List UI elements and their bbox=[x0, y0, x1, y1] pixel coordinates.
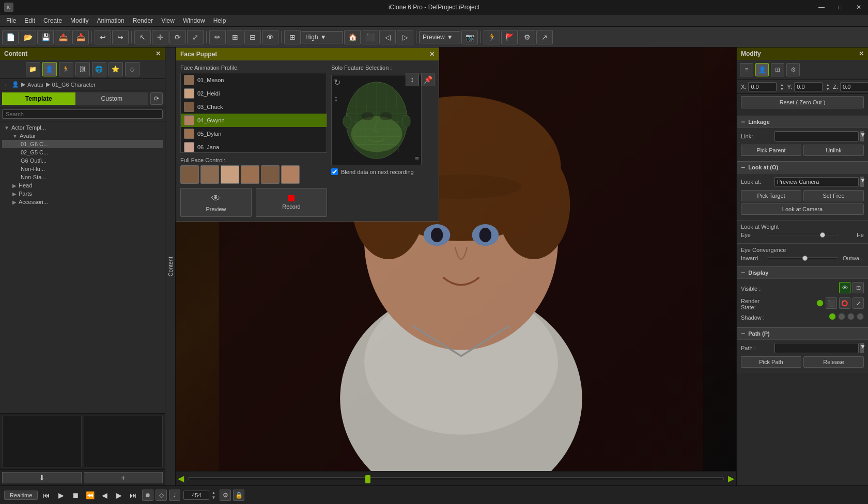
fp-item-06jana[interactable]: 06_Jana bbox=[181, 140, 327, 153]
path-section-header[interactable]: − Path (P) bbox=[737, 327, 868, 340]
menu-help[interactable]: Help bbox=[209, 16, 230, 25]
timeline-thumb[interactable] bbox=[365, 475, 370, 483]
eye-button[interactable]: 👁 bbox=[262, 30, 278, 44]
layout-button[interactable]: ⊞ bbox=[284, 30, 301, 44]
note-icon[interactable]: ♩ bbox=[169, 490, 180, 501]
flag-button[interactable]: 🚩 bbox=[501, 30, 518, 44]
stop-button[interactable]: ⏹ bbox=[70, 490, 81, 501]
shadow-dot-2[interactable] bbox=[838, 313, 845, 320]
minimize-button[interactable]: — bbox=[812, 0, 831, 14]
z-input[interactable] bbox=[840, 82, 868, 91]
fp-item-02heidi[interactable]: 02_Heidi bbox=[181, 87, 327, 100]
extra-button[interactable]: ↗ bbox=[536, 30, 553, 44]
new-button[interactable]: 📄 bbox=[2, 30, 19, 44]
pick-parent-button[interactable]: Pick Parent bbox=[741, 145, 801, 156]
shadow-dot-3[interactable] bbox=[847, 313, 855, 320]
prev-view[interactable]: ◁ bbox=[379, 30, 396, 44]
tab-fx[interactable]: ⭐ bbox=[109, 62, 123, 76]
content-side-tab[interactable]: Content bbox=[165, 48, 176, 485]
tab-3d[interactable]: 🌐 bbox=[92, 62, 106, 76]
preview-dropdown[interactable]: Preview ▼ bbox=[419, 31, 460, 43]
scale-button[interactable]: ⤢ bbox=[187, 30, 204, 44]
record-icon[interactable]: ⏺ bbox=[142, 490, 153, 501]
x-down[interactable]: ▼ bbox=[779, 87, 785, 91]
lookat-section-header[interactable]: − Look at (O) bbox=[737, 161, 868, 174]
lookat-dropdown[interactable]: ▼ bbox=[860, 177, 864, 187]
x-input[interactable] bbox=[748, 82, 777, 91]
fp-item-03chuck[interactable]: 03_Chuck bbox=[181, 100, 327, 114]
link-dropdown[interactable]: ▼ bbox=[860, 131, 864, 141]
keyframe-icon[interactable]: ◇ bbox=[156, 490, 167, 501]
timeline-track[interactable] bbox=[188, 477, 724, 480]
solo-icon-pin[interactable]: 📌 bbox=[421, 73, 435, 86]
import-button[interactable]: 📥 bbox=[72, 30, 89, 44]
export-button[interactable]: 📤 bbox=[55, 30, 71, 44]
tab-scene[interactable]: 🖼 bbox=[75, 62, 90, 76]
realtime-button[interactable]: Realtime bbox=[4, 491, 38, 500]
breadcrumb-character[interactable]: 01_G6 Character bbox=[52, 82, 96, 88]
template-tab[interactable]: Template bbox=[2, 92, 75, 105]
breadcrumb-avatar[interactable]: Avatar bbox=[27, 82, 44, 88]
tree-item-01g6[interactable]: 01_G6 C... bbox=[2, 140, 163, 148]
menu-create[interactable]: Create bbox=[39, 16, 66, 25]
reset-button[interactable]: Reset ( Zero Out ) bbox=[741, 96, 864, 108]
render-dot-1[interactable] bbox=[816, 300, 824, 307]
step-back[interactable]: ⏪ bbox=[84, 490, 96, 501]
refresh-button[interactable]: ⟳ bbox=[150, 92, 163, 105]
fp-record-button[interactable]: Record bbox=[256, 188, 327, 217]
tab-shape[interactable]: ◇ bbox=[125, 62, 140, 76]
move-button[interactable]: ✛ bbox=[152, 30, 168, 44]
pick-path-button[interactable]: Pick Path bbox=[741, 356, 801, 368]
tree-item-parts[interactable]: ▶ Parts bbox=[2, 190, 163, 198]
fp-preview-button[interactable]: 👁 Preview bbox=[180, 188, 252, 217]
tree-item-avatar[interactable]: ▼ Avatar bbox=[2, 132, 163, 140]
menu-edit[interactable]: Edit bbox=[20, 16, 39, 25]
unlink-button[interactable]: Unlink bbox=[803, 145, 864, 156]
frame-up[interactable]: ▲ bbox=[210, 491, 216, 495]
fit-button[interactable]: ⬛ bbox=[362, 30, 378, 44]
mirror-button[interactable]: ⊞ bbox=[227, 30, 243, 44]
play-to-end[interactable]: ⏭ bbox=[128, 490, 139, 501]
motion-button[interactable]: 🏃 bbox=[484, 30, 500, 44]
menu-window[interactable]: Window bbox=[179, 16, 209, 25]
fp-face-6[interactable] bbox=[281, 165, 300, 184]
fp-face-1[interactable] bbox=[180, 165, 199, 184]
y-input[interactable] bbox=[794, 82, 823, 91]
tree-item-accessories[interactable]: ▶ Accessori... bbox=[2, 198, 163, 206]
render-resize-icon[interactable]: ⤢ bbox=[853, 297, 864, 309]
redo-button[interactable]: ↪ bbox=[112, 30, 129, 44]
fp-item-04gwynn[interactable]: 04_Gwynn bbox=[181, 114, 327, 127]
frame-input[interactable] bbox=[183, 491, 209, 500]
render-sphere-icon[interactable]: ⭕ bbox=[839, 297, 850, 309]
pen-button[interactable]: ✏ bbox=[209, 30, 226, 44]
fp-item-01mason[interactable]: 01_Mason bbox=[181, 73, 327, 87]
tree-item-nonhu[interactable]: Non-Hu... bbox=[2, 165, 163, 173]
y-down[interactable]: ▼ bbox=[825, 87, 831, 91]
tree-item-02g5[interactable]: 02_G5 C... bbox=[2, 148, 163, 156]
maximize-button[interactable]: □ bbox=[831, 0, 849, 14]
release-button[interactable]: Release bbox=[803, 356, 864, 368]
render-box-icon[interactable]: ⬛ bbox=[826, 297, 837, 309]
tree-item-nonsta[interactable]: Non-Sta... bbox=[2, 173, 163, 181]
quality-dropdown[interactable]: High ▼ bbox=[302, 31, 343, 43]
menu-view[interactable]: View bbox=[157, 16, 179, 25]
fp-face-5[interactable] bbox=[261, 165, 280, 184]
linkage-section-header[interactable]: − Linkage bbox=[737, 116, 868, 128]
fp-move-icon[interactable]: ↕ bbox=[334, 94, 338, 103]
lookat-input[interactable] bbox=[774, 177, 859, 186]
fp-list-icon[interactable]: ≡ bbox=[415, 154, 419, 163]
solo-icon-rotate[interactable]: ↕ bbox=[406, 73, 419, 86]
convergence-slider-track[interactable] bbox=[767, 257, 839, 259]
face-puppet-close[interactable]: ✕ bbox=[429, 51, 435, 58]
visible-eye-icon[interactable]: 👁 bbox=[839, 282, 850, 293]
menu-animation[interactable]: Animation bbox=[92, 16, 128, 25]
search-input[interactable] bbox=[2, 109, 163, 119]
shadow-dot-1[interactable] bbox=[829, 313, 836, 320]
tab-folder[interactable]: 📁 bbox=[26, 62, 40, 76]
fp-profile-list[interactable]: 01_Mason 02_Heidi 03_Chuck 04_Gwynn bbox=[180, 73, 327, 153]
shadow-dot-4[interactable] bbox=[857, 313, 864, 320]
menu-render[interactable]: Render bbox=[129, 16, 157, 25]
modify-tab-person[interactable]: 👤 bbox=[755, 63, 769, 76]
tree-item-head[interactable]: ▶ Head bbox=[2, 181, 163, 190]
tree-item-g6outfit[interactable]: G6 Outfi... bbox=[2, 156, 163, 165]
